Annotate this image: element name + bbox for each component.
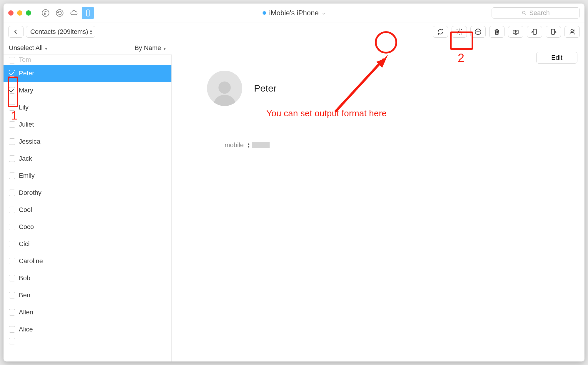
titlebar: iMobie's iPhone ⌄ Search [4, 4, 584, 22]
contact-name-label: Mary [19, 87, 33, 94]
import-to-device-button[interactable] [527, 26, 542, 38]
contact-row[interactable]: Dorothy [4, 184, 171, 201]
svg-point-5 [522, 11, 525, 14]
contact-row[interactable]: Bob [4, 270, 171, 287]
add-button[interactable] [470, 26, 486, 38]
contact-name-label: Emily [19, 172, 35, 180]
device-status-dot [263, 11, 266, 15]
contact-checkbox[interactable] [9, 338, 15, 344]
svg-point-0 [42, 9, 49, 16]
back-button[interactable] [8, 26, 24, 38]
phone-label: mobile [225, 141, 244, 149]
contact-row[interactable]: Cool [4, 201, 171, 218]
contact-detail-pane: Edit Peter mobile ▴▾ [172, 41, 584, 361]
contact-name-label: Peter [19, 69, 34, 77]
contact-checkbox[interactable] [9, 207, 15, 213]
contact-row[interactable]: Juliet [4, 116, 171, 133]
svg-point-1 [44, 13, 46, 14]
contact-checkbox[interactable] [9, 70, 15, 77]
settings-button[interactable] [452, 26, 467, 38]
list-header: Unselect All▼ By Name▼ [4, 41, 172, 55]
contact-row[interactable]: Cici [4, 235, 171, 253]
contact-checkbox[interactable] [9, 155, 15, 162]
contact-checkbox[interactable] [9, 326, 15, 333]
contact-list[interactable]: TomPeterMaryLilyJulietJessicaJackEmilyDo… [4, 55, 172, 361]
contact-row[interactable]: Caroline [4, 253, 171, 270]
contact-checkbox[interactable] [9, 121, 15, 128]
toolbar: Contacts (209items) ▴▾ [4, 22, 584, 41]
export-to-device-button[interactable] [546, 26, 561, 38]
contact-name-label: Allen [19, 308, 33, 316]
contact-checkbox[interactable] [9, 87, 15, 94]
contact-name-label: Cici [19, 240, 30, 248]
contact-checkbox[interactable] [9, 190, 15, 196]
contact-name-label: Bob [19, 274, 30, 282]
contact-checkbox[interactable] [9, 292, 15, 298]
maximize-window-button[interactable] [26, 10, 31, 16]
contact-name-label: Juliet [19, 121, 34, 128]
contact-name-label: Alice [19, 326, 33, 333]
contact-checkbox[interactable] [9, 138, 15, 145]
sort-arrows-icon: ▴▾ [90, 29, 92, 35]
edit-button[interactable]: Edit [536, 52, 577, 64]
phone-field[interactable]: mobile ▴▾ [225, 141, 270, 149]
close-window-button[interactable] [8, 10, 14, 16]
dropdown-triangle-icon: ▼ [44, 47, 48, 51]
contact-checkbox[interactable] [9, 224, 15, 230]
contact-checkbox[interactable] [9, 104, 15, 111]
contact-checkbox[interactable] [9, 172, 15, 179]
breadcrumb-label: Contacts (209items) [30, 28, 88, 36]
contact-checkbox[interactable] [9, 57, 15, 64]
contact-name-label: Ben [19, 291, 30, 299]
refresh-button[interactable] [433, 26, 448, 38]
unselect-all-button[interactable]: Unselect All▼ [9, 44, 48, 52]
contact-checkbox[interactable] [9, 258, 15, 264]
device-selector[interactable]: iMobie's iPhone ⌄ [263, 9, 325, 17]
backup-history-icon[interactable] [54, 7, 66, 19]
contact-name-label: Dorothy [19, 189, 41, 197]
device-tab-button[interactable] [82, 7, 94, 19]
contact-row[interactable]: Allen [4, 304, 171, 321]
contact-checkbox[interactable] [9, 309, 15, 316]
minimize-window-button[interactable] [17, 10, 22, 16]
contact-name-label: Jessica [19, 138, 40, 145]
contact-row[interactable]: Tom [4, 55, 171, 65]
contact-checkbox[interactable] [9, 275, 15, 281]
svg-rect-18 [552, 29, 555, 34]
dropdown-triangle-icon: ▼ [163, 47, 166, 51]
export-to-computer-button[interactable] [508, 26, 523, 38]
search-icon [522, 10, 527, 16]
contact-row[interactable]: Jessica [4, 133, 171, 150]
merge-contacts-button[interactable] [564, 26, 580, 38]
sort-by-button[interactable]: By Name▼ [135, 44, 166, 52]
contact-row[interactable]: Lily [4, 99, 171, 116]
contact-name-label: Cool [19, 206, 32, 214]
contact-row[interactable]: Coco [4, 218, 171, 235]
device-name: iMobie's iPhone [269, 9, 319, 17]
contact-row[interactable]: Alice [4, 321, 171, 338]
contact-avatar [207, 71, 242, 106]
breadcrumb-dropdown[interactable]: Contacts (209items) ▴▾ [26, 26, 95, 38]
contact-checkbox[interactable] [9, 241, 15, 247]
music-icon[interactable] [39, 7, 52, 19]
contact-row[interactable]: Jack [4, 150, 171, 167]
chevron-down-icon: ⌄ [322, 10, 325, 16]
contact-name-label: Jack [19, 155, 32, 162]
contact-name-label: Caroline [19, 257, 43, 265]
svg-point-7 [458, 31, 460, 33]
window-controls [8, 10, 31, 16]
contact-row[interactable]: Peter [4, 65, 171, 82]
phone-number-censored [252, 142, 270, 148]
icloud-icon[interactable] [68, 7, 80, 19]
svg-point-2 [56, 9, 63, 16]
contact-detail-name: Peter [254, 83, 276, 94]
contact-row[interactable]: Ben [4, 287, 171, 304]
svg-rect-3 [86, 10, 89, 16]
contact-row[interactable] [4, 338, 171, 346]
search-input[interactable]: Search [492, 7, 580, 19]
delete-button[interactable] [489, 26, 505, 38]
phone-type-selector-icon: ▴▾ [248, 142, 250, 148]
contact-row[interactable]: Emily [4, 167, 171, 184]
contact-row[interactable]: Mary [4, 82, 171, 99]
contact-name-label: Lily [19, 104, 29, 111]
